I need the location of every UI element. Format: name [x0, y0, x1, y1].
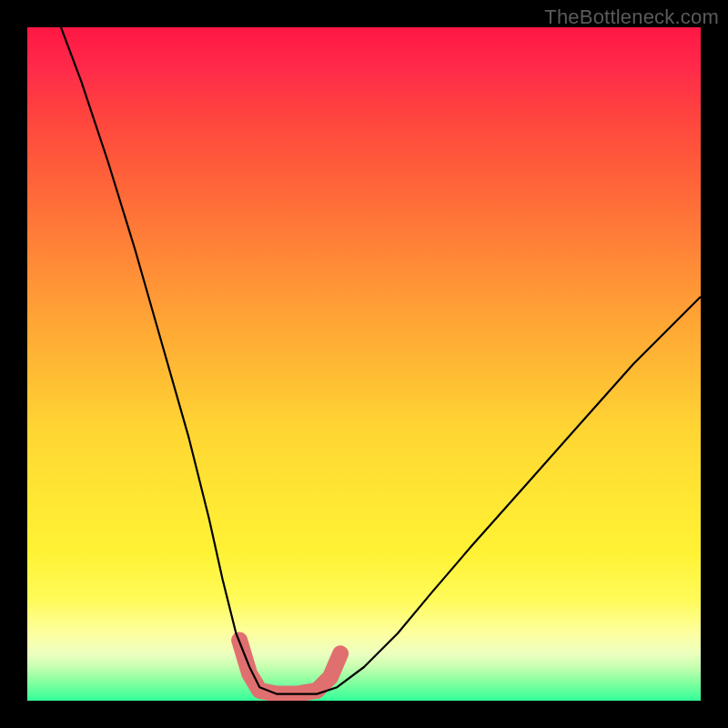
bottleneck-curve [61, 27, 701, 694]
curve-layer [27, 27, 701, 701]
plot-area [27, 27, 701, 701]
chart-stage: TheBottleneck.com [0, 0, 728, 728]
valley-highlight [239, 640, 340, 693]
watermark-text: TheBottleneck.com [544, 5, 719, 29]
